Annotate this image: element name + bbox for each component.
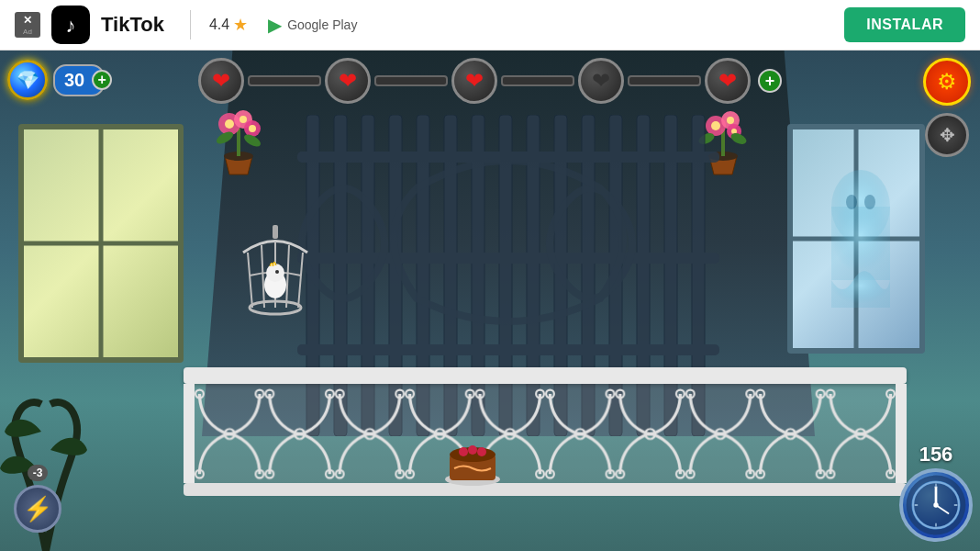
svg-point-63: [459, 447, 468, 456]
gem-count: 30: [64, 70, 84, 91]
divider: [190, 10, 191, 39]
svg-line-69: [936, 505, 949, 513]
settings-button[interactable]: ⚙: [923, 58, 971, 106]
hearts-connector-3: [501, 75, 574, 86]
svg-point-66: [907, 476, 966, 535]
lightning-badge: -3: [28, 465, 49, 481]
game-area: 💎 30 + ❤ ❤ ❤ ❤ ❤ + ⚙ ✥ -3 ⚡ 156: [0, 51, 980, 551]
balcony-bottom-rail: [184, 483, 907, 496]
heart-3: ❤: [451, 58, 497, 104]
lightning-button[interactable]: ⚡: [14, 485, 61, 533]
gem-bar: 30 +: [53, 64, 105, 96]
svg-point-48: [266, 264, 284, 282]
hearts-connector-1: [248, 75, 321, 86]
hud-hearts: ❤ ❤ ❤ ❤ ❤ +: [198, 58, 782, 104]
svg-point-67: [913, 482, 959, 528]
balcony: [184, 367, 907, 496]
google-play-icon: ▶: [268, 14, 282, 36]
timer-count: 156: [919, 443, 953, 467]
install-button[interactable]: INSTALAR: [844, 7, 965, 42]
gem-icon: 💎: [7, 60, 48, 100]
ad-banner: ✕ Ad ♪ TikTok 4.4 ★ ▶ Google Play INSTAL…: [0, 0, 980, 51]
svg-rect-39: [297, 344, 719, 355]
svg-point-64: [468, 445, 477, 455]
app-rating: 4.4 ★: [209, 15, 248, 35]
timer-icon: [899, 468, 973, 542]
svg-rect-59: [195, 384, 896, 483]
hud-gem-counter: 💎 30 +: [7, 60, 105, 100]
app-icon: ♪: [51, 6, 90, 44]
svg-line-45: [298, 253, 303, 308]
close-x: ✕: [23, 14, 32, 27]
svg-rect-38: [297, 253, 719, 264]
heart-2: ❤: [325, 58, 371, 104]
app-title: TikTok: [101, 13, 164, 37]
hearts-connector-4: [628, 75, 701, 86]
hud-lightning: -3 ⚡: [14, 465, 61, 533]
svg-point-70: [933, 502, 938, 507]
cake: [440, 422, 505, 487]
hud-timer: 156: [899, 443, 973, 542]
star-icon: ★: [233, 15, 248, 35]
svg-line-44: [286, 245, 289, 308]
ad-close-button[interactable]: ✕ Ad: [15, 12, 40, 38]
ghost: [824, 142, 897, 308]
hearts-connector-2: [374, 75, 448, 86]
birdcage: [234, 225, 317, 326]
svg-rect-40: [273, 225, 278, 239]
svg-point-53: [864, 195, 875, 209]
balcony-top-rail: [184, 367, 907, 384]
hud-settings: ⚙ ✥: [923, 58, 971, 157]
heart-4: ❤: [578, 58, 624, 104]
svg-point-52: [846, 195, 857, 209]
svg-text:♪: ♪: [66, 14, 76, 37]
hearts-add-button[interactable]: +: [758, 69, 782, 93]
heart-1: ❤: [198, 58, 244, 104]
google-play-label: Google Play: [287, 17, 357, 32]
svg-line-42: [262, 245, 264, 308]
ad-label: Ad: [23, 28, 32, 36]
svg-rect-51: [831, 207, 890, 280]
balcony-scroll-rail: [184, 384, 907, 483]
google-play-badge: ▶ Google Play: [268, 14, 357, 36]
heart-5: ❤: [705, 58, 751, 104]
svg-point-49: [275, 270, 279, 274]
svg-point-65: [477, 447, 486, 456]
rating-value: 4.4: [209, 17, 229, 33]
left-window: [18, 124, 184, 363]
move-button[interactable]: ✥: [925, 113, 969, 157]
svg-line-41: [248, 253, 252, 308]
